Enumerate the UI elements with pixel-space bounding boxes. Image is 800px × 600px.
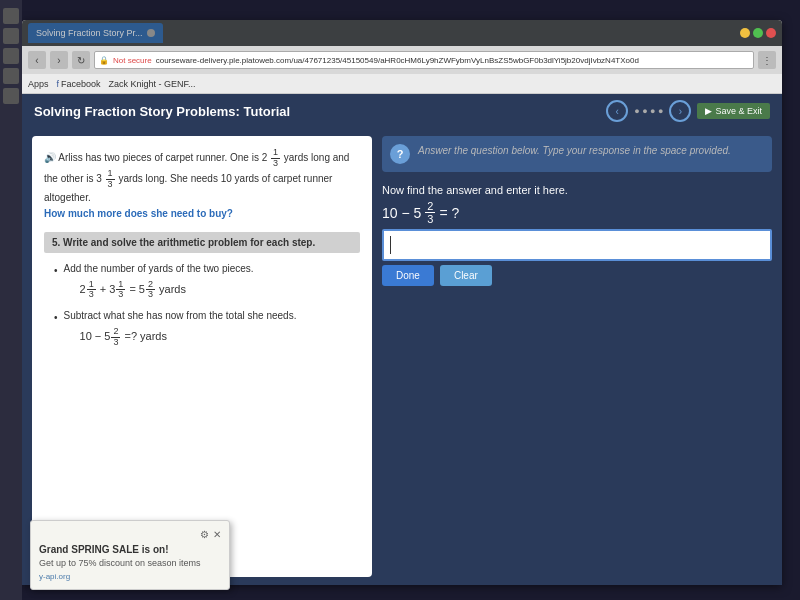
header-controls: ‹ ● ● ● ● › ▶ Save & Exit [606, 100, 770, 122]
minimize-button[interactable] [740, 28, 750, 38]
browser-navbar: ‹ › ↻ 🔒 Not secure courseware-delivery.p… [22, 46, 782, 74]
taskbar-icon-2 [3, 28, 19, 44]
page-content: Solving Fraction Story Problems: Tutoria… [22, 94, 782, 585]
not-secure-label: Not secure [113, 56, 152, 65]
taskbar-icon-4 [3, 68, 19, 84]
page-indicator: ● ● ● ● [634, 106, 663, 116]
popup-body: Get up to 75% discount on season items [39, 558, 221, 568]
equation-display: 10 − 5 2 3 = ? [382, 200, 772, 225]
answer-input[interactable] [382, 229, 772, 261]
frac-add-1: 13 [87, 280, 96, 301]
browser-title-bar: Solving Fraction Story Pr... [22, 20, 782, 46]
hint-text: Answer the question below. Type your res… [418, 144, 731, 158]
tab-close-button[interactable] [147, 29, 155, 37]
question-highlight: How much more does she need to buy? [44, 208, 233, 219]
frac-add-result: 23 [146, 280, 155, 301]
bookmark-apps[interactable]: Apps [28, 79, 49, 89]
bullet-2: • [54, 310, 58, 325]
mixed-fraction-1: 1 3 [270, 148, 281, 169]
popup-url: y-api.org [39, 572, 221, 581]
popup-header: ⚙ ✕ [39, 529, 221, 540]
page-header: Solving Fraction Story Problems: Tutoria… [22, 94, 782, 128]
bullet-1: • [54, 263, 58, 278]
extensions-button[interactable]: ⋮ [758, 51, 776, 69]
clear-button[interactable]: Clear [440, 265, 492, 286]
bookmark-facebook-label: Facebook [61, 79, 101, 89]
question-text: 🔊 Arliss has two pieces of carpet runner… [44, 148, 360, 222]
taskbar-icon-1 [3, 8, 19, 24]
left-panel: 🔊 Arliss has two pieces of carpet runner… [32, 136, 372, 577]
equation-suffix: = ? [439, 205, 459, 221]
find-answer-section: Now find the answer and enter it here. 1… [382, 180, 772, 286]
bullet-item-2: • Subtract what she has now from the tot… [54, 308, 360, 348]
reload-button[interactable]: ↻ [72, 51, 90, 69]
back-button[interactable]: ‹ [28, 51, 46, 69]
popup-close-icon[interactable]: ✕ [213, 529, 221, 540]
popup-notification: ⚙ ✕ Grand SPRING SALE is on! Get up to 7… [30, 520, 230, 590]
text-cursor [390, 236, 391, 254]
bookmark-apps-label: Apps [28, 79, 49, 89]
desktop-taskbar [0, 0, 22, 600]
window-controls [740, 28, 776, 38]
browser-tab-label: Solving Fraction Story Pr... [36, 28, 143, 38]
bullet-item-1: • Add the number of yards of the two pie… [54, 261, 360, 301]
save-exit-button[interactable]: ▶ Save & Exit [697, 103, 770, 119]
bullet-2-content: Subtract what she has now from the total… [64, 308, 297, 348]
step-header: 5. Write and solve the arithmetic proble… [44, 232, 360, 253]
bullet-2-text: Subtract what she has now from the total… [64, 310, 297, 321]
bookmark-facebook[interactable]: f Facebook [57, 79, 101, 89]
page-title: Solving Fraction Story Problems: Tutoria… [34, 104, 290, 119]
taskbar-icon-5 [3, 88, 19, 104]
question-part1: Arliss has two pieces of carpet runner. … [58, 152, 267, 163]
done-button[interactable]: Done [382, 265, 434, 286]
bullet-section: • Add the number of yards of the two pie… [54, 261, 360, 349]
hint-box: ? Answer the question below. Type your r… [382, 136, 772, 172]
address-text: courseware-delivery.ple.platoweb.com/ua/… [156, 56, 639, 65]
next-page-button[interactable]: › [669, 100, 691, 122]
close-button[interactable] [766, 28, 776, 38]
right-panel: ? Answer the question below. Type your r… [382, 136, 772, 577]
bookmark-zack-label: Zack Knight - GENF... [109, 79, 196, 89]
facebook-icon: f [57, 79, 60, 89]
address-bar[interactable]: 🔒 Not secure courseware-delivery.ple.pla… [94, 51, 754, 69]
frac-add-2: 13 [116, 280, 125, 301]
forward-button[interactable]: › [50, 51, 68, 69]
maximize-button[interactable] [753, 28, 763, 38]
bullet-1-content: Add the number of yards of the two piece… [64, 261, 254, 301]
frac-sub: 23 [111, 327, 120, 348]
math-subtraction: 10 − 523 =? yards [80, 327, 297, 348]
fraction-1: 1 3 [271, 148, 280, 169]
security-icon: 🔒 [99, 56, 109, 65]
bookmark-zack[interactable]: Zack Knight - GENF... [109, 79, 196, 89]
question-mark-text: ? [397, 148, 404, 160]
mixed-fraction-2: 1 3 [105, 169, 116, 190]
equation-frac-den: 3 [425, 213, 435, 225]
equation-main: 10 − 5 [382, 205, 421, 221]
popup-title: Grand SPRING SALE is on! [39, 544, 221, 555]
equation-frac-num: 2 [425, 200, 435, 213]
popup-settings-icon[interactable]: ⚙ [200, 529, 209, 540]
main-layout: 🔊 Arliss has two pieces of carpet runner… [22, 128, 782, 585]
bullet-1-text: Add the number of yards of the two piece… [64, 263, 254, 274]
browser-tab[interactable]: Solving Fraction Story Pr... [28, 23, 163, 43]
browser-window: Solving Fraction Story Pr... ‹ › ↻ 🔒 Not… [22, 20, 782, 585]
taskbar-icon-3 [3, 48, 19, 64]
audio-icon[interactable]: 🔊 [44, 152, 56, 163]
math-addition: 213 + 313 = 523 yards [80, 280, 254, 301]
save-exit-label: Save & Exit [715, 106, 762, 116]
hint-icon: ? [390, 144, 410, 164]
bookmarks-bar: Apps f Facebook Zack Knight - GENF... [22, 74, 782, 94]
button-row: Done Clear [382, 265, 772, 286]
save-icon: ▶ [705, 106, 712, 116]
prev-page-button[interactable]: ‹ [606, 100, 628, 122]
fraction-2: 1 3 [106, 169, 115, 190]
find-answer-label: Now find the answer and enter it here. [382, 184, 772, 196]
equation-fraction: 2 3 [425, 200, 435, 225]
